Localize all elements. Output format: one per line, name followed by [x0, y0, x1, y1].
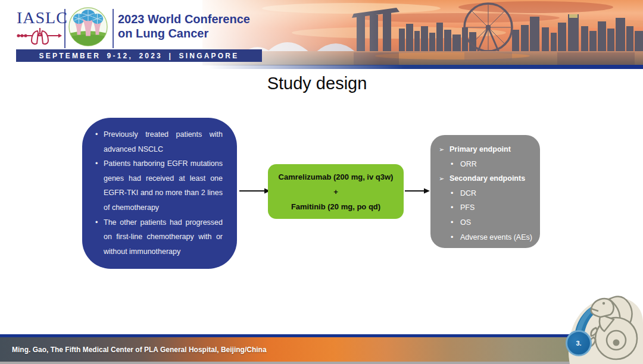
chevron-bullet-icon: ➢ [439, 171, 444, 186]
treatment-line1: Camrelizumab (200 mg, iv q3w) [279, 170, 394, 184]
logo-divider [113, 9, 114, 48]
secondary-endpoints-header: ➢ Secondary endpoints [439, 171, 534, 186]
endpoint-item: • OS [439, 215, 534, 230]
iaslc-lungs-icon [17, 26, 62, 46]
bullet-icon: • [451, 157, 453, 172]
primary-endpoint-header: ➢ Primary endpoint [439, 142, 534, 157]
bullet-icon: • [451, 200, 453, 215]
header-divider-line [208, 65, 643, 69]
chevron-bullet-icon: ➢ [439, 142, 444, 157]
footer-gray-line [0, 362, 643, 364]
bullet-icon: • [95, 127, 98, 142]
inclusion-criteria-box: • Previously treated patients with advan… [82, 118, 237, 269]
iaslc-wordmark: IASLC [17, 8, 68, 27]
endpoint-item: • ORR [439, 157, 534, 172]
conference-title-line2: on Lung Cancer [118, 27, 208, 40]
treatment-line2: Famitinib (20 mg, po qd) [291, 199, 380, 214]
list-item: • The other patients had progressed on f… [94, 215, 223, 259]
bullet-icon: • [451, 230, 453, 245]
flow-arrow-icon [239, 187, 270, 194]
page-number: 3. [566, 330, 592, 356]
conference-title-line1: 2023 World Conference [118, 12, 250, 26]
conference-title: 2023 World Conference on Lung Cancer [118, 12, 250, 40]
list-item: • Previously treated patients with advan… [94, 127, 223, 156]
supertrees-logo [68, 7, 108, 46]
bullet-icon: • [451, 215, 453, 230]
criteria-text: The other patients had progressed on fir… [104, 218, 223, 256]
plus-sign: + [333, 184, 338, 199]
singapore-skyline-photo [202, 0, 643, 65]
bullet-icon: • [95, 215, 98, 230]
author-credit: Ming. Gao, The Fifth Medical Center of P… [12, 346, 267, 354]
inclusion-criteria-list: • Previously treated patients with advan… [94, 127, 223, 259]
endpoint-item: • Adverse events (AEs) [439, 230, 534, 245]
bullet-icon: • [451, 186, 453, 201]
endpoints-box: ➢ Primary endpoint • ORR ➢ Secondary end… [430, 135, 540, 248]
treatment-box: Camrelizumab (200 mg, iv q3w) + Famitini… [268, 164, 404, 219]
criteria-text: Patients harboring EGFR mutations genes … [104, 159, 223, 212]
endpoint-item: • DCR [439, 186, 534, 201]
logo-divider [64, 9, 65, 48]
page-title: Study design [0, 74, 634, 93]
date-location-banner: SEPTEMBER 9-12, 2023 | SINGAPORE [16, 49, 262, 62]
slide: IASLC [0, 0, 643, 364]
criteria-text: Previously treated patients with advance… [104, 130, 223, 153]
bullet-icon: • [95, 156, 98, 171]
endpoint-item: • PFS [439, 200, 534, 215]
list-item: • Patients harboring EGFR mutations gene… [94, 156, 223, 215]
flow-arrow-icon [405, 187, 430, 194]
footer-strip: Ming. Gao, The Fifth Medical Center of P… [0, 337, 643, 362]
